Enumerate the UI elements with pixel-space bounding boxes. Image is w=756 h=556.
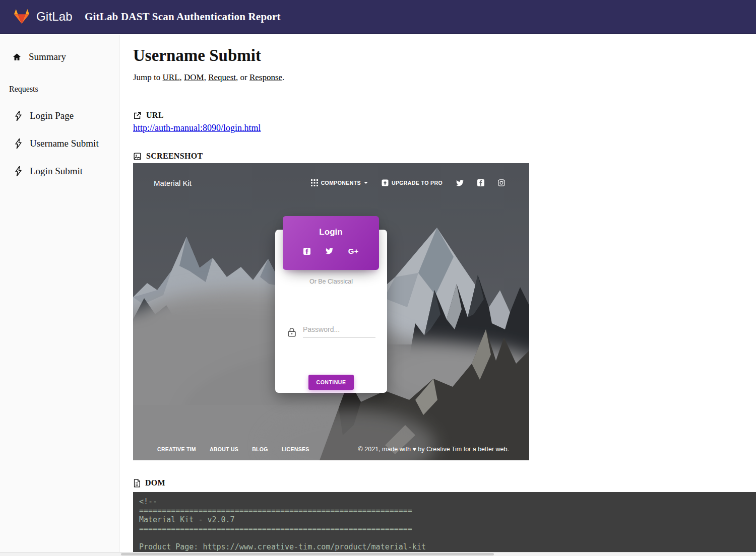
page-title: Username Submit — [133, 46, 756, 65]
report-title: GitLab DAST Scan Authentication Report — [85, 11, 281, 23]
main-content: Username Submit Jump to URL, DOM, Reques… — [120, 35, 756, 556]
url-section-heading: URL — [133, 111, 756, 120]
sidebar-username-submit-label: Username Submit — [30, 138, 99, 149]
home-icon — [12, 52, 22, 61]
brand-name: GitLab — [36, 10, 73, 24]
instagram-icon — [498, 179, 505, 186]
twitter-icon — [326, 248, 333, 254]
footer-link-about-us: ABOUT US — [210, 446, 238, 452]
sidebar-item-summary[interactable]: Summary — [0, 47, 119, 66]
login-card: Login G+ Or Be Classical — [275, 230, 387, 393]
jump-link-response[interactable]: Response — [249, 73, 282, 82]
jump-links-line: Jump to URL, DOM, Request, or Response. — [133, 73, 756, 83]
footer-link-blog: BLOG — [252, 446, 268, 452]
facebook-icon — [477, 179, 484, 186]
footer-copyright: © 2021, made with ♥ by Creative Tim for … — [358, 446, 509, 453]
upgrade-label: UPGRADE TO PRO — [392, 180, 443, 186]
sidebar-item-login-page[interactable]: Login Page — [0, 110, 119, 121]
dom-code-block[interactable]: <!-- ===================================… — [133, 492, 756, 553]
twitter-icon — [456, 180, 464, 186]
horizontal-scrollbar[interactable] — [0, 552, 756, 556]
screenshot-section-heading: SCREENSHOT — [133, 152, 756, 161]
file-icon — [133, 479, 141, 488]
components-label: COMPONENTS — [321, 180, 361, 186]
or-be-classical-text: Or Be Classical — [275, 278, 387, 285]
lock-icon — [286, 327, 297, 338]
caret-down-icon — [364, 182, 368, 184]
bolt-icon — [15, 138, 22, 149]
sidebar-item-username-submit[interactable]: Username Submit — [0, 138, 119, 149]
login-card-header: Login G+ — [283, 216, 379, 270]
jump-link-url[interactable]: URL — [163, 73, 180, 82]
jump-separator: . — [282, 73, 284, 82]
sidebar-login-submit-label: Login Submit — [30, 166, 83, 177]
gitlab-logo-icon — [13, 9, 30, 25]
url-section-heading-text: URL — [146, 111, 164, 120]
auth-screenshot-image: Material Kit COMPONENTS UP — [133, 163, 529, 460]
image-icon — [133, 152, 142, 161]
facebook-icon — [303, 248, 310, 255]
upgrade-badge-icon — [382, 179, 389, 186]
bolt-icon — [15, 111, 22, 121]
upgrade-to-pro: UPGRADE TO PRO — [382, 179, 443, 186]
materialkit-brand: Material Kit — [154, 179, 192, 187]
jump-separator: , — [180, 73, 184, 82]
footer-link-licenses: LICENSES — [282, 446, 309, 452]
sidebar-requests-label: Requests — [0, 85, 119, 94]
google-plus-icon: G+ — [348, 247, 358, 255]
horizontal-scrollbar-thumb[interactable] — [121, 553, 494, 555]
sidebar: Summary Requests Login Page Username Sub… — [0, 35, 119, 556]
sidebar-login-page-label: Login Page — [30, 110, 74, 121]
jump-separator: , — [204, 73, 209, 82]
login-card-title: Login — [283, 216, 379, 237]
dom-section-heading-text: DOM — [145, 478, 165, 488]
continue-button: CONTINUE — [308, 375, 354, 390]
top-navbar: GitLab GitLab DAST Scan Authentication R… — [0, 0, 756, 34]
footer-link-creative-tim: CREATIVE TIM — [157, 446, 196, 452]
dom-section-heading: DOM — [133, 478, 756, 488]
sidebar-summary-label: Summary — [29, 51, 66, 62]
materialkit-footer: CREATIVE TIM ABOUT US BLOG LICENSES © 20… — [157, 446, 509, 453]
external-link-icon — [133, 111, 142, 120]
bolt-icon — [15, 166, 22, 176]
components-menu: COMPONENTS — [311, 179, 368, 186]
password-input — [303, 322, 375, 338]
sidebar-item-login-submit[interactable]: Login Submit — [0, 166, 119, 177]
jump-separator: , or — [236, 73, 249, 82]
jump-link-dom[interactable]: DOM — [184, 73, 204, 82]
jump-link-request[interactable]: Request — [208, 73, 236, 82]
jump-lead: Jump to — [133, 73, 163, 82]
grid-icon — [311, 179, 318, 186]
target-url-link[interactable]: http://auth-manual:8090/login.html — [133, 123, 261, 133]
materialkit-navbar: Material Kit COMPONENTS UP — [154, 170, 505, 195]
screenshot-section-heading-text: SCREENSHOT — [146, 152, 203, 161]
